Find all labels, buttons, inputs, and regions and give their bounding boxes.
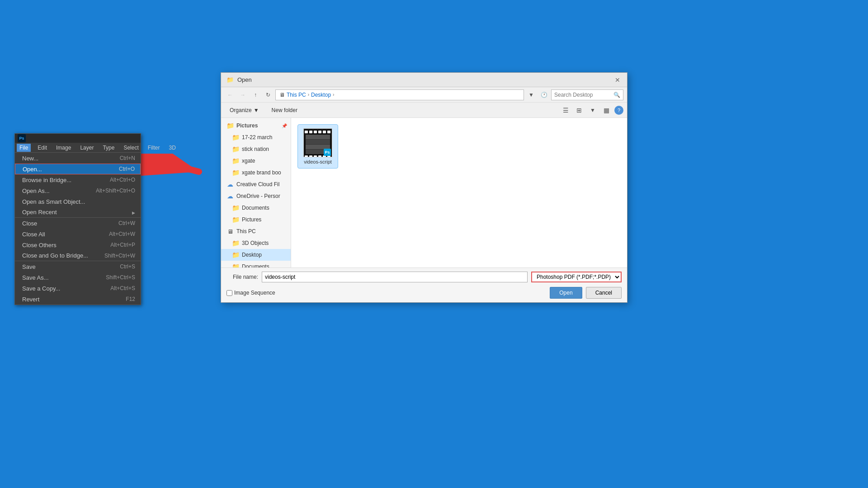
folder-icon-docs-od: 📁 — [232, 204, 239, 211]
menu-item-close-label: Close — [22, 220, 37, 227]
menu-file[interactable]: File — [17, 144, 31, 152]
nav-refresh-button[interactable]: ↻ — [263, 89, 274, 100]
menu-item-smart-object[interactable]: Open as Smart Object... — [15, 196, 141, 207]
menu-item-save-copy[interactable]: Save a Copy... Alt+Ctrl+S — [15, 283, 141, 294]
breadcrumb-computer-icon: 🖥 — [279, 92, 285, 98]
breadcrumb-dropdown-button[interactable]: ▼ — [526, 89, 537, 100]
sidebar-item-xgate[interactable]: 📁 xgate — [221, 155, 291, 167]
menu-item-open-recent[interactable]: Open Recent — [15, 207, 141, 218]
menu-item-save-as[interactable]: Save As... Shift+Ctrl+S — [15, 272, 141, 283]
menu-item-revert[interactable]: Revert F12 — [15, 294, 141, 305]
view-dropdown-button[interactable]: ▼ — [587, 105, 598, 116]
pictures-section-icon: 📁 — [226, 122, 234, 129]
dialog-title-bar: 📁 Open ✕ — [221, 73, 627, 87]
dialog-bottom: File name: Photoshop PDF (*.PDF;*.PDP) I… — [221, 267, 627, 302]
search-icon: 🔍 — [613, 92, 620, 98]
menu-item-open-as-shortcut: Alt+Shift+Ctrl+O — [96, 188, 135, 194]
folder-icon-stick: 📁 — [232, 145, 239, 153]
sidebar-label-documents-od: Documents — [242, 205, 269, 211]
menu-filter[interactable]: Filter — [146, 144, 162, 152]
image-sequence-checkbox[interactable] — [226, 290, 232, 296]
sidebar-item-this-pc[interactable]: 🖥 This PC — [221, 225, 291, 237]
organize-label: Organize — [230, 107, 252, 113]
menu-type[interactable]: Type — [100, 144, 117, 152]
folder-icon-pics-od: 📁 — [232, 216, 239, 223]
sidebar-item-pictures-header: Pictures — [236, 122, 258, 129]
menu-item-open-as[interactable]: Open As... Alt+Shift+Ctrl+O — [15, 185, 141, 196]
menu-image[interactable]: Image — [54, 144, 73, 152]
menu-item-save-shortcut: Ctrl+S — [120, 263, 135, 270]
sidebar-label-onedrive: OneDrive - Persor — [236, 193, 280, 199]
sidebar-item-xgate-brand[interactable]: 📁 xgate brand boo — [221, 167, 291, 178]
sidebar-item-desktop[interactable]: 📁 Desktop — [221, 249, 291, 261]
sidebar-item-17-22-march[interactable]: 📁 17-22 march — [221, 131, 291, 143]
menu-item-new[interactable]: New... Ctrl+N — [15, 153, 141, 164]
sidebar-item-creative-cloud[interactable]: ☁ Creative Cloud Fil — [221, 178, 291, 190]
sidebar-item-documents-pc[interactable]: 📁 Documents — [221, 261, 291, 267]
menu-item-revert-label: Revert — [22, 296, 39, 303]
sidebar-item-onedrive[interactable]: ☁ OneDrive - Persor — [221, 190, 291, 202]
organize-dropdown-icon: ▼ — [254, 107, 259, 113]
filetype-select[interactable]: Photoshop PDF (*.PDF;*.PDP) — [531, 272, 622, 282]
menu-item-revert-shortcut: F12 — [126, 296, 135, 302]
dialog-close-button[interactable]: ✕ — [613, 76, 622, 84]
sidebar-label-xgate: xgate — [242, 158, 255, 164]
view-tiles-button[interactable]: ⊞ — [574, 105, 585, 116]
search-input[interactable] — [554, 92, 612, 98]
menu-item-close-bridge-label: Close and Go to Bridge... — [22, 252, 88, 259]
sidebar-label-this-pc: This PC — [236, 228, 256, 235]
help-button[interactable]: ? — [614, 106, 623, 115]
menu-item-close[interactable]: Close Ctrl+W — [15, 218, 141, 229]
menu-item-close-all[interactable]: Close All Alt+Ctrl+W — [15, 229, 141, 239]
menu-item-open-recent-arrow — [132, 209, 135, 216]
ps-app-icon: Ps — [18, 134, 26, 142]
menu-item-save-copy-label: Save a Copy... — [22, 285, 60, 292]
nav-back-button[interactable]: ← — [225, 89, 236, 100]
sidebar-item-3d-objects[interactable]: 📁 3D Objects — [221, 237, 291, 249]
organize-button[interactable]: Organize ▼ — [225, 104, 264, 116]
nav-up-button[interactable]: ↑ — [250, 89, 261, 100]
file-item-videos-script[interactable]: Ps videos-script — [297, 124, 338, 169]
cancel-button[interactable]: Cancel — [586, 287, 622, 299]
view-preview-button[interactable]: ▦ — [601, 105, 612, 116]
menu-item-close-others-label: Close Others — [22, 242, 57, 249]
new-folder-button[interactable]: New folder — [267, 104, 302, 116]
menu-item-open[interactable]: Open... Ctrl+O — [15, 164, 141, 174]
dialog-content: 📁 Pictures 📌 📁 17-22 march 📁 stick natio… — [221, 118, 627, 267]
breadcrumb-desktop[interactable]: Desktop — [311, 92, 331, 98]
nav-history-button[interactable]: 🕐 — [538, 89, 549, 100]
menu-edit[interactable]: Edit — [35, 144, 49, 152]
sidebar-pin-icon: 📌 — [282, 123, 287, 128]
nav-forward-button[interactable]: → — [237, 89, 248, 100]
menu-item-close-others[interactable]: Close Others Alt+Ctrl+P — [15, 239, 141, 250]
menu-item-close-bridge[interactable]: Close and Go to Bridge... Shift+Ctrl+W — [15, 250, 141, 261]
sidebar-item-pictures-section: 📁 Pictures 📌 — [221, 120, 291, 131]
image-sequence-check[interactable]: Image Sequence — [226, 290, 275, 296]
sidebar-item-pictures-od[interactable]: 📁 Pictures — [221, 214, 291, 225]
toolbar-bar: Organize ▼ New folder ☰ ⊞ ▼ ▦ ? — [221, 103, 627, 118]
file-thumbnail-videos-script: Ps — [303, 128, 332, 157]
menu-item-open-label: Open... — [23, 166, 42, 173]
menu-item-browse[interactable]: Browse in Bridge... Alt+Ctrl+O — [15, 174, 141, 185]
open-dialog: 📁 Open ✕ ← → ↑ ↻ 🖥 This PC › Desktop › ▼… — [221, 72, 627, 303]
sidebar-item-documents-od[interactable]: 📁 Documents — [221, 202, 291, 214]
ps-menu: Ps File Edit Image Layer Type Select Fil… — [14, 133, 141, 305]
menu-select[interactable]: Select — [121, 144, 141, 152]
ps-title-bar: Ps — [15, 134, 141, 143]
menu-item-save-copy-shortcut: Alt+Ctrl+S — [110, 285, 135, 291]
filename-input[interactable] — [262, 272, 528, 282]
breadcrumb-this-pc[interactable]: This PC — [287, 92, 306, 98]
new-folder-label: New folder — [272, 107, 297, 113]
open-button[interactable]: Open — [550, 287, 582, 299]
menu-3d[interactable]: 3D — [166, 144, 178, 152]
menu-layer[interactable]: Layer — [78, 144, 96, 152]
menu-item-close-bridge-shortcut: Shift+Ctrl+W — [104, 253, 135, 259]
sidebar-label-3d: 3D Objects — [242, 240, 269, 246]
search-bar[interactable]: 🔍 — [551, 89, 623, 100]
view-list-button[interactable]: ☰ — [560, 105, 571, 116]
sidebar-label-17-22: 17-22 march — [242, 134, 272, 141]
menu-item-browse-label: Browse in Bridge... — [22, 177, 71, 183]
menu-item-save[interactable]: Save Ctrl+S — [15, 261, 141, 272]
sidebar-item-stick-nation[interactable]: 📁 stick nation — [221, 143, 291, 155]
dialog-nav-bar: ← → ↑ ↻ 🖥 This PC › Desktop › ▼ 🕐 🔍 — [221, 87, 627, 103]
